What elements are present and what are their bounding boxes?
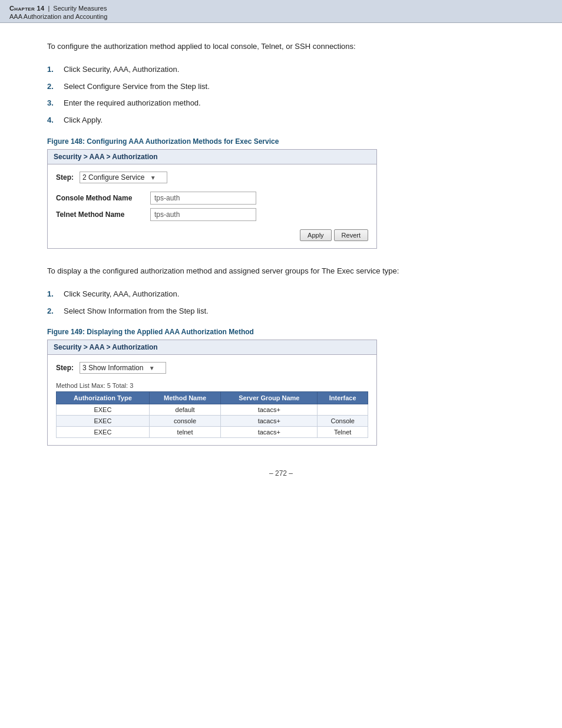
chevron-down-icon-2: ▼ (149, 365, 155, 371)
step-3-item: 3. Enter the required authorization meth… (47, 97, 515, 110)
intro-paragraph-1: To configure the authorization method ap… (47, 41, 515, 53)
row3-interface: Telnet (318, 427, 368, 438)
step-4-num: 4. (47, 114, 64, 127)
step2-2-text: Select Show Information from the Step li… (64, 305, 209, 318)
step2-1-item: 1. Click Security, AAA, Authorization. (47, 288, 515, 301)
step2-1-text: Click Security, AAA, Authorization. (64, 288, 179, 301)
steps-list-1: 1. Click Security, AAA, Authorization. 2… (47, 64, 515, 127)
fig149-box-title: Security > AAA > Authorization (48, 340, 376, 355)
step-2-text: Select Configure Service from the Step l… (64, 81, 210, 93)
col-method-name: Method Name (149, 392, 220, 404)
row2-method-name: console (149, 416, 220, 427)
header-bar: Chapter 14|Security Measures AAA Authori… (0, 0, 562, 23)
fig149-step-select-value: 3 Show Information (82, 364, 143, 372)
col-auth-type: Authorization Type (57, 392, 150, 404)
chapter-label: Chapter 14 (9, 5, 44, 12)
col-interface: Interface (318, 392, 368, 404)
step-4-item: 4. Click Apply. (47, 114, 515, 127)
fig148-step-label: Step: (56, 173, 74, 182)
chevron-down-icon: ▼ (150, 174, 156, 181)
fig148-console-input[interactable] (150, 192, 256, 205)
fig148-apply-button[interactable]: Apply (300, 229, 332, 241)
row2-server-group: tacacs+ (221, 416, 318, 427)
fig148-step-select[interactable]: 2 Configure Service ▼ (80, 172, 167, 183)
fig149-step-select[interactable]: 3 Show Information ▼ (80, 362, 166, 374)
row1-server-group: tacacs+ (221, 404, 318, 416)
step-1-item: 1. Click Security, AAA, Authorization. (47, 64, 515, 76)
fig148-step-select-value: 2 Configure Service (82, 173, 144, 182)
col-server-group: Server Group Name (221, 392, 318, 404)
row3-server-group: tacacs+ (221, 427, 318, 438)
fig148-telnet-label: Telnet Method Name (56, 210, 150, 219)
fig149-box-body: Step: 3 Show Information ▼ Method List M… (48, 355, 376, 445)
step-3-num: 3. (47, 97, 64, 110)
fig148-box-title: Security > AAA > Authorization (48, 150, 376, 164)
fig148-box-body: Step: 2 Configure Service ▼ Console Meth… (48, 164, 376, 248)
fig148-buttons-row: Apply Revert (56, 225, 368, 241)
step-1-text: Click Security, AAA, Authorization. (64, 64, 179, 76)
fig148-step-row: Step: 2 Configure Service ▼ (56, 172, 368, 183)
fig148-telnet-row: Telnet Method Name (56, 208, 368, 221)
step-4-text: Click Apply. (64, 114, 103, 127)
intro-paragraph-2: To display a the configured authorizatio… (47, 265, 515, 278)
figure-149-box: Security > AAA > Authorization Step: 3 S… (47, 340, 377, 446)
step-2-num: 2. (47, 81, 64, 93)
fig149-method-list-header: Method List Max: 5 Total: 3 (56, 382, 368, 389)
auth-table-body: EXEC default tacacs+ EXEC console tacacs… (57, 404, 368, 438)
fig148-telnet-input[interactable] (150, 208, 256, 221)
table-row: EXEC console tacacs+ Console (57, 416, 368, 427)
row3-auth-type: EXEC (57, 427, 150, 438)
fig149-auth-table: Authorization Type Method Name Server Gr… (56, 391, 368, 438)
header-separator: | (48, 5, 49, 12)
row2-interface: Console (318, 416, 368, 427)
fig148-revert-button[interactable]: Revert (334, 229, 368, 241)
figure-148-box: Security > AAA > Authorization Step: 2 C… (47, 149, 377, 249)
steps-list-2: 1. Click Security, AAA, Authorization. 2… (47, 288, 515, 318)
auth-table-head: Authorization Type Method Name Server Gr… (57, 392, 368, 404)
table-row: EXEC telnet tacacs+ Telnet (57, 427, 368, 438)
header-subtitle: AAA Authorization and Accounting (9, 13, 107, 20)
row3-method-name: telnet (149, 427, 220, 438)
step2-1-num: 1. (47, 288, 64, 301)
step2-2-item: 2. Select Show Information from the Step… (47, 305, 515, 318)
fig149-step-label: Step: (56, 364, 74, 372)
row1-interface (318, 404, 368, 416)
auth-table-header-row: Authorization Type Method Name Server Gr… (57, 392, 368, 404)
page-number: – 272 – (47, 469, 515, 477)
header-title: Security Measures (53, 5, 107, 12)
fig149-step-row: Step: 3 Show Information ▼ (56, 362, 368, 374)
row1-method-name: default (149, 404, 220, 416)
step2-2-num: 2. (47, 305, 64, 318)
figure-148-label: Figure 148: Configuring AAA Authorizatio… (47, 137, 515, 146)
step-2-item: 2. Select Configure Service from the Ste… (47, 81, 515, 93)
main-content: To configure the authorization method ap… (0, 23, 562, 501)
fig148-console-row: Console Method Name (56, 192, 368, 205)
row2-auth-type: EXEC (57, 416, 150, 427)
step-1-num: 1. (47, 64, 64, 76)
row1-auth-type: EXEC (57, 404, 150, 416)
table-row: EXEC default tacacs+ (57, 404, 368, 416)
step-3-text: Enter the required authorization method. (64, 97, 201, 110)
figure-149-label: Figure 149: Displaying the Applied AAA A… (47, 328, 515, 336)
fig148-console-label: Console Method Name (56, 194, 150, 202)
